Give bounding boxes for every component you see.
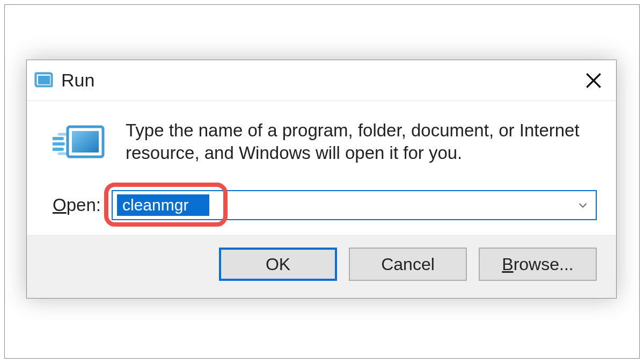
- svg-rect-7: [72, 131, 99, 153]
- ok-button[interactable]: OK: [219, 248, 337, 281]
- dialog-body: Type the name of a program, folder, docu…: [27, 101, 616, 235]
- run-dialog: Run: [26, 60, 617, 299]
- browse-button[interactable]: Browse...: [479, 248, 597, 281]
- open-label: Open:: [53, 195, 102, 215]
- input-selected-text: cleanmgr: [117, 194, 209, 216]
- button-bar: OK Cancel Browse...: [27, 235, 616, 298]
- svg-rect-1: [38, 76, 50, 84]
- run-large-icon: [53, 122, 106, 165]
- titlebar: Run: [27, 60, 616, 101]
- run-icon: [34, 71, 55, 90]
- dialog-title: Run: [61, 70, 94, 91]
- close-button[interactable]: [581, 68, 606, 93]
- outer-frame: Run: [4, 4, 640, 359]
- chevron-down-icon[interactable]: [570, 191, 596, 219]
- cancel-button[interactable]: Cancel: [349, 248, 467, 281]
- dialog-description: Type the name of a program, folder, docu…: [126, 119, 597, 164]
- open-combobox[interactable]: cleanmgr: [112, 190, 597, 220]
